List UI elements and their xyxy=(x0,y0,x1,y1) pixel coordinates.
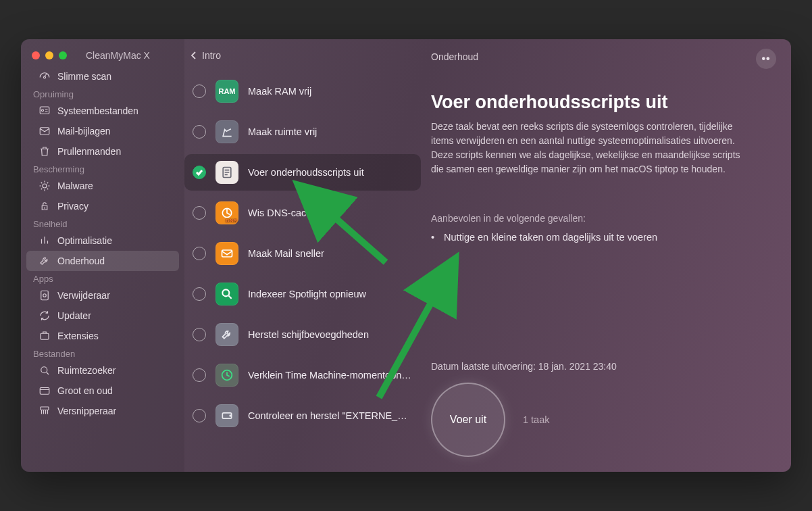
task-count: 1 taak xyxy=(523,414,550,425)
task-row[interactable]: Herstel schijfbevoegdheden xyxy=(184,316,421,353)
section-name: Onderhoud xyxy=(431,51,768,62)
app-title: CleanMyMac X xyxy=(86,50,150,61)
task-checkbox[interactable] xyxy=(193,84,206,98)
zoom-icon[interactable] xyxy=(59,51,67,59)
svg-point-0 xyxy=(44,76,46,78)
sidebar-item-prullenmanden[interactable]: Prullenmanden xyxy=(26,141,179,162)
updater-icon xyxy=(39,310,51,322)
recommended-list: Nuttige en kleine taken om dagelijks uit… xyxy=(431,232,768,243)
svg-point-8 xyxy=(41,367,47,373)
task-checkbox[interactable] xyxy=(193,368,206,382)
svg-point-2 xyxy=(42,110,44,112)
svg-rect-10 xyxy=(41,407,49,410)
task-checkbox[interactable] xyxy=(193,166,206,179)
sidebar-item-label: Optimalisatie xyxy=(57,235,112,246)
sidebar-group-label: Bescherming xyxy=(21,162,184,176)
sidebar-item-systeembestanden[interactable]: Systeembestanden xyxy=(26,101,179,121)
task-list-pane: Intro RAMMaak RAM vrijMaak ruimte vrijVo… xyxy=(184,39,428,472)
window-controls[interactable] xyxy=(32,51,67,59)
sidebar-item-malware[interactable]: Malware xyxy=(26,176,179,196)
sidebar-item-label: Slimme scan xyxy=(57,71,111,82)
sidebar-item-verwijderaar[interactable]: Verwijderaar xyxy=(26,285,179,306)
sidebar-item-label: Groot en oud xyxy=(57,385,113,396)
task-row[interactable]: Maak ruimte vrij xyxy=(184,114,421,150)
last-run-value: 18 jan. 2021 23:40 xyxy=(538,361,617,372)
wrench-icon xyxy=(215,323,238,346)
task-checkbox[interactable] xyxy=(193,206,206,220)
detail-pane: Onderhoud •• Voer onderhoudsscripts uit … xyxy=(428,39,791,472)
task-checkbox[interactable] xyxy=(193,247,206,260)
back-label: Intro xyxy=(202,50,221,61)
task-label: Maak RAM vrij xyxy=(248,86,311,97)
sidebar-item-label: Privacy xyxy=(57,201,88,212)
versnipperaar-icon xyxy=(39,405,51,417)
sidebar-item-label: Versnipperaar xyxy=(57,406,116,416)
more-button[interactable]: •• xyxy=(756,49,776,69)
sidebar-group-label: Apps xyxy=(21,271,184,285)
recommended-heading: Aanbevolen in de volgende gevallen: xyxy=(431,213,768,224)
task-label: Voer onderhoudsscripts uit xyxy=(248,167,364,178)
mail-bijlagen-icon xyxy=(39,125,51,137)
back-button[interactable]: Intro xyxy=(184,47,428,73)
svg-rect-3 xyxy=(40,128,49,135)
task-row[interactable]: Controleer en herstel "EXTERNE_HD" xyxy=(184,397,421,434)
sidebar-item-mail-bijlagen[interactable]: Mail-bijlagen xyxy=(26,121,179,141)
task-row[interactable]: Maak Mail sneller xyxy=(184,235,421,272)
timemachine-icon xyxy=(215,364,238,387)
recommended-item: Nuttige en kleine taken om dagelijks uit… xyxy=(431,232,768,243)
svg-rect-7 xyxy=(41,333,49,339)
mail-icon xyxy=(215,242,238,265)
optimalisatie-icon xyxy=(39,235,51,247)
sidebar-item-extensies[interactable]: Extensies xyxy=(26,326,179,346)
extensies-icon xyxy=(39,330,51,342)
task-row[interactable]: DNSWis DNS-cache xyxy=(184,195,421,231)
task-checkbox[interactable] xyxy=(193,409,206,422)
sidebar: CleanMyMac X Slimme scan OpruimingSystee… xyxy=(21,39,184,472)
dns-icon: DNS xyxy=(215,201,238,224)
sidebar-item-optimalisatie[interactable]: Optimalisatie xyxy=(26,230,179,251)
detail-title: Voer onderhoudsscripts uit xyxy=(431,92,768,113)
broom-icon xyxy=(215,120,238,143)
task-checkbox[interactable] xyxy=(193,328,206,341)
gauge-icon xyxy=(39,70,51,82)
task-row[interactable]: Voer onderhoudsscripts uit xyxy=(184,154,421,191)
task-label: Wis DNS-cache xyxy=(248,208,317,218)
task-row[interactable]: RAMMaak RAM vrij xyxy=(184,73,421,110)
svg-point-14 xyxy=(222,289,229,296)
sidebar-item-privacy[interactable]: Privacy xyxy=(26,196,179,216)
onderhoud-icon xyxy=(39,255,51,267)
close-icon[interactable] xyxy=(32,51,40,59)
app-window: CleanMyMac X Slimme scan OpruimingSystee… xyxy=(21,39,791,472)
ruimtezoeker-icon xyxy=(39,364,51,376)
sidebar-item-ruimtezoeker[interactable]: Ruimtezoeker xyxy=(26,360,179,381)
sidebar-item-onderhoud[interactable]: Onderhoud xyxy=(26,251,179,271)
svg-point-4 xyxy=(43,184,47,188)
sidebar-item-versnipperaar[interactable]: Versnipperaar xyxy=(26,401,179,421)
task-row[interactable]: Indexeer Spotlight opnieuw xyxy=(184,276,421,312)
sidebar-group-label: Bestanden xyxy=(21,346,184,360)
run-button[interactable]: Voer uit xyxy=(431,383,505,457)
task-label: Indexeer Spotlight opnieuw xyxy=(248,289,366,299)
last-run-label: Datum laatste uitvoering: xyxy=(431,361,538,372)
task-label: Maak Mail sneller xyxy=(248,248,324,259)
task-label: Herstel schijfbevoegdheden xyxy=(248,329,369,340)
malware-icon xyxy=(39,180,51,192)
svg-rect-9 xyxy=(40,388,49,395)
sidebar-group-label: Snelheid xyxy=(21,216,184,230)
run-button-label: Voer uit xyxy=(450,414,486,426)
sidebar-item-groot-en-oud[interactable]: Groot en oud xyxy=(26,381,179,401)
sidebar-item-updater[interactable]: Updater xyxy=(26,306,179,326)
sidebar-item-smart-scan[interactable]: Slimme scan xyxy=(26,66,179,87)
task-label: Verklein Time Machine-momentopnam… xyxy=(248,370,414,381)
task-checkbox[interactable] xyxy=(193,125,206,139)
task-row[interactable]: Verklein Time Machine-momentopnam… xyxy=(184,357,421,393)
ram-icon: RAM xyxy=(215,80,238,103)
minimize-icon[interactable] xyxy=(45,51,53,59)
groot en oud-icon xyxy=(39,385,51,397)
sidebar-item-label: Onderhoud xyxy=(57,256,105,266)
task-checkbox[interactable] xyxy=(193,287,206,301)
systeembestanden-icon xyxy=(39,105,51,117)
script-icon xyxy=(215,161,238,184)
last-run: Datum laatste uitvoering: 18 jan. 2021 2… xyxy=(431,361,768,376)
sidebar-item-label: Updater xyxy=(57,310,91,321)
